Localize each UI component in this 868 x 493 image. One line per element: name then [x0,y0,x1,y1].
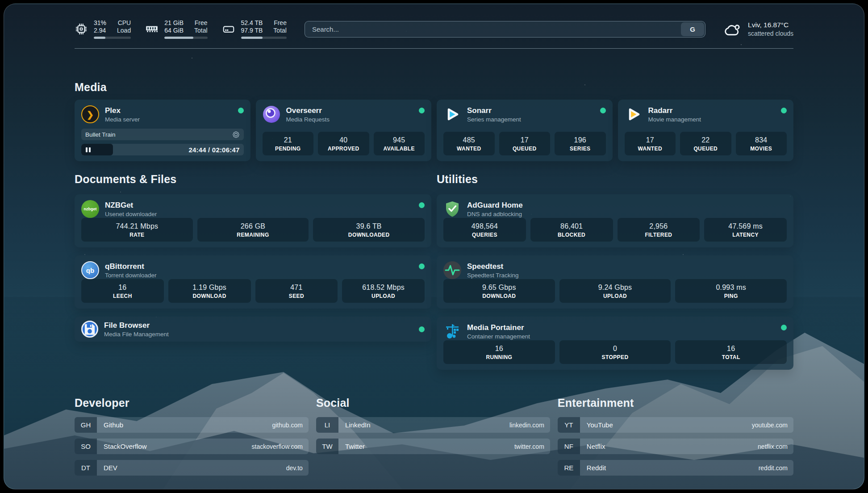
service-desc: Usenet downloader [105,210,157,218]
bookmark-abbr: DT [75,460,97,476]
bookmark-name: Twitter [338,443,514,450]
bookmark-url: linkedin.com [509,422,550,429]
disk-total-value: 97.9 TB [241,27,263,34]
disk-icon [222,22,235,36]
status-dot [419,263,425,269]
disk-widget: 52.4 TB 97.9 TB Free Total [222,19,287,39]
service-desc: Container management [467,333,530,340]
stat-latency: 47.569 ms LATENCY [704,218,787,242]
stat-pending: 21 PENDING [263,132,314,155]
bookmark-reddit[interactable]: RE Reddit reddit.com [558,460,793,476]
bookmark-group-title: Developer [75,397,309,409]
search-provider-button[interactable]: G [681,22,704,36]
stat-wanted: 17 WANTED [625,132,676,155]
bookmark-netflix[interactable]: NF Netflix netflix.com [558,439,793,454]
stat-queued: 22 QUEUED [680,132,731,155]
stat-downloaded: 39.6 TB DOWNLOADED [313,218,425,242]
stat-running: 16 RUNNING [443,340,555,364]
bookmark-name: Github [97,421,272,429]
stat-leech: 16 LEECH [81,279,164,303]
memory-free-value: 21 GiB [164,19,184,27]
pause-icon [86,147,91,152]
memory-free-label: Free [194,19,208,27]
stat-blocked: 86,401 BLOCKED [530,218,613,242]
service-card-sonarr[interactable]: Sonarr Series management 485 WANTED 17 Q… [437,100,613,161]
bookmark-name: YouTube [580,421,752,429]
service-name: Speedtest [467,262,519,271]
disk-progress-fill [241,37,263,39]
now-playing-view-icon[interactable] [232,131,240,138]
disk-total-label: Total [273,27,287,34]
service-desc: Torrent downloader [105,272,157,279]
stat-seed: 471 SEED [255,279,338,303]
disk-progress-track [241,37,287,39]
service-card-adguard[interactable]: AdGuard Home DNS and adblocking 498,564 … [437,194,793,247]
bookmark-group-social: Social LI LinkedIn linkedin.com TW Twitt… [316,397,550,476]
memory-total-label: Total [194,27,208,34]
bookmark-twitter[interactable]: TW Twitter twitter.com [316,439,550,454]
service-name: NZBGet [105,201,157,210]
bookmark-name: LinkedIn [338,421,509,429]
search-input[interactable] [305,21,705,38]
service-card-filebrowser[interactable]: File Browser Media File Management [75,317,431,342]
memory-progress-fill [164,37,193,39]
top-bar: 31% 2.94 CPU Load [75,19,793,39]
bookmark-group-entertainment: Entertainment YT YouTube youtube.com NF … [558,397,793,476]
section-title-utilities: Utilities [437,173,793,186]
bookmark-name: Reddit [580,464,759,472]
service-card-qbittorrent[interactable]: qb qBittorrent Torrent downloader 16 LEE… [75,255,431,309]
sonarr-icon [443,105,461,123]
bookmark-group-title: Social [316,397,550,409]
bookmark-github[interactable]: GH Github github.com [75,417,309,433]
now-playing-row: Bullet Train [81,129,244,140]
bookmark-abbr: LI [316,417,338,433]
cpu-widget: 31% 2.94 CPU Load [75,19,131,39]
topbar-divider [75,48,793,49]
dashboard-screen: 31% 2.94 CPU Load [4,4,864,489]
service-card-speedtest[interactable]: Speedtest Speedtest Tracking 9.65 Gbps D… [437,255,793,309]
bookmark-abbr: NF [558,439,580,454]
stat-rate: 744.21 Mbps RATE [81,218,193,242]
stat-filtered: 2,956 FILTERED [618,218,700,242]
service-name: Overseerr [286,106,330,115]
status-dot [781,108,787,113]
bookmark-abbr: SO [75,439,97,454]
service-desc: Media Requests [286,116,330,123]
cpu-icon [75,22,88,36]
stat-approved: 40 APPROVED [318,132,369,155]
section-title-media: Media [75,81,793,94]
memory-widget: 21 GiB 64 GiB Free Total [145,19,207,39]
adguard-icon [443,200,461,218]
speedtest-icon [443,261,461,279]
status-dot [781,325,787,330]
bookmark-url: dev.to [286,464,309,472]
service-desc: Media server [105,116,140,123]
service-card-overseerr[interactable]: Overseerr Media Requests 21 PENDING 40 A… [256,100,432,161]
bookmark-dev[interactable]: DT DEV dev.to [75,460,309,476]
memory-total-value: 64 GiB [164,27,184,34]
service-desc: DNS and adblocking [467,210,523,218]
radarr-icon [625,105,643,123]
overseerr-icon [263,105,280,123]
bookmark-linkedin[interactable]: LI LinkedIn linkedin.com [316,417,550,433]
stat-ping: 0.993 ms PING [675,279,787,303]
plex-icon: ❯ [81,105,99,123]
bookmark-youtube[interactable]: YT YouTube youtube.com [558,417,793,433]
service-card-portainer[interactable]: Media Portainer Container management 16 … [437,317,793,370]
nzbget-icon: nzbget [81,200,99,218]
memory-icon [145,22,159,36]
section-title-documents: Documents & Files [75,173,431,186]
service-card-nzbget[interactable]: nzbget NZBGet Usenet downloader 744.21 M… [75,194,431,247]
stat-download: 1.19 Gbps DOWNLOAD [168,279,251,303]
bookmark-stackoverflow[interactable]: SO StackOverflow stackoverflow.com [75,439,309,454]
stat-total: 16 TOTAL [675,340,787,364]
playback-progress-bar: 24:44 / 02:06:47 [81,144,244,155]
bookmark-url: youtube.com [752,422,793,429]
service-card-radarr[interactable]: Radarr Movie management 17 WANTED 22 QUE… [618,100,794,161]
service-name: qBittorrent [105,262,157,271]
cloud-icon [723,21,742,37]
service-card-plex[interactable]: ❯ Plex Media server Bullet Train [75,100,250,161]
cpu-load-value: 2.94 [94,27,106,34]
stat-wanted: 485 WANTED [443,132,495,155]
stat-queued: 17 QUEUED [499,132,551,155]
